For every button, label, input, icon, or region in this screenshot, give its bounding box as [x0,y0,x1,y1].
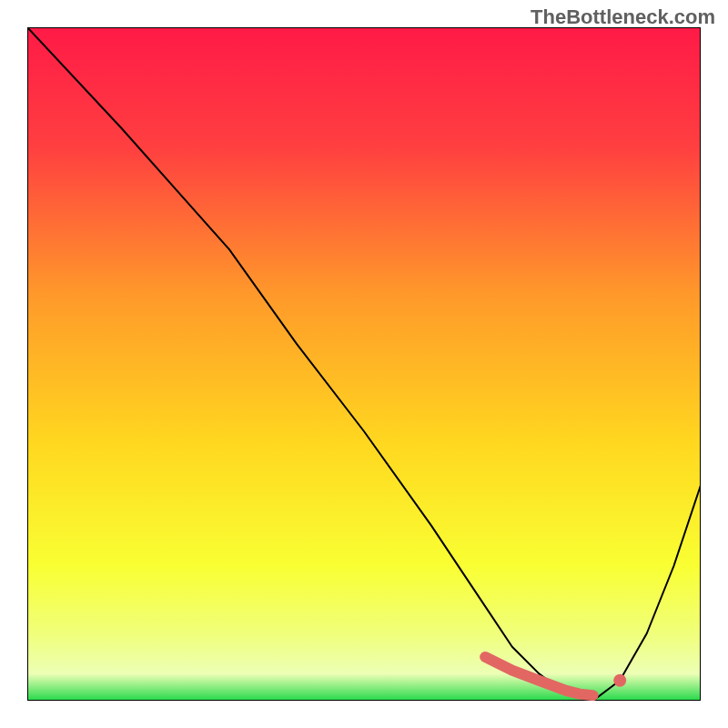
chart-svg [27,27,701,701]
highlight-point-icon [613,674,626,687]
gradient-background [27,27,701,701]
chart-container: TheBottleneck.com [0,0,728,728]
watermark-text: TheBottleneck.com [531,5,715,29]
plot-area [27,27,701,701]
